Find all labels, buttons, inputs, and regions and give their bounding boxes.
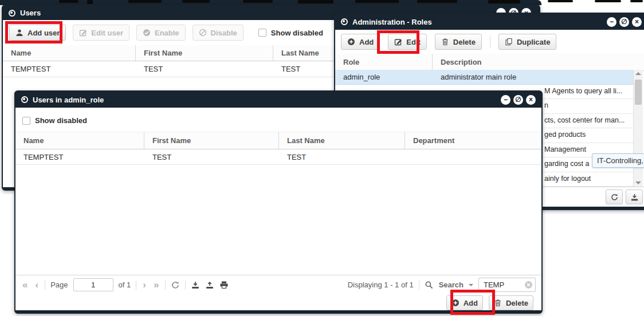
members-footer: Add Delete: [15, 294, 541, 311]
edit-user-button[interactable]: Edit user: [73, 25, 129, 41]
chevron-down-icon[interactable]: [469, 284, 473, 289]
download-icon: [630, 193, 639, 202]
scrollbar-thumb[interactable]: [635, 80, 642, 105]
enable-button[interactable]: Enable: [136, 25, 186, 41]
role-members-titlebar[interactable]: Users in admin_role − ∅ ×: [15, 92, 541, 108]
column-header-first-name[interactable]: First Name: [144, 132, 279, 149]
clear-icon[interactable]: [524, 281, 533, 289]
roles-window-titlebar[interactable]: Administration - Roles − ∅ ×: [335, 14, 644, 30]
role-members-title: Users in admin_role: [33, 96, 104, 104]
check-circle-icon: [143, 29, 151, 37]
delete-role-button[interactable]: Delete: [435, 34, 482, 50]
window-icon: [341, 18, 348, 25]
background-window-fragment: [182, 0, 210, 3]
show-disabled-label: Show disabled: [35, 116, 87, 125]
page-of-label: of 1: [119, 281, 131, 289]
background-window-fragment: [243, 0, 273, 3]
users-window-title: Users: [20, 9, 41, 17]
paging-toolbar: « ‹ Page of 1 › » Displaying 1 - 1 of 1 …: [15, 275, 541, 294]
background-window-fragment: [87, 0, 93, 4]
show-disabled-checkbox[interactable]: [258, 29, 266, 37]
window-icon: [21, 96, 28, 103]
page-label: Page: [50, 281, 68, 289]
scroll-down-icon[interactable]: [635, 181, 641, 184]
add-member-button[interactable]: Add: [446, 295, 483, 310]
background-window-fragment: [298, 0, 333, 3]
table-row[interactable]: TEMPTEST TEST TEST: [15, 149, 541, 165]
column-header-name[interactable]: Name: [3, 45, 136, 61]
edit-icon: [394, 38, 402, 46]
scroll-up-icon[interactable]: [635, 72, 641, 75]
refresh-icon: [610, 193, 619, 202]
user-icon: [15, 29, 23, 37]
show-disabled-label: Show disabled: [271, 29, 323, 37]
edit-icon: [79, 29, 87, 37]
prev-page-icon[interactable]: ‹: [34, 280, 40, 290]
block-icon[interactable]: ∅: [513, 95, 523, 105]
export-button[interactable]: [626, 189, 643, 204]
disable-button[interactable]: Disable: [193, 25, 244, 41]
slash-circle-icon: [199, 29, 207, 37]
background-window-fragment: [548, 0, 573, 2]
edit-role-button[interactable]: Edit: [388, 34, 427, 50]
search-field[interactable]: [478, 278, 536, 292]
refresh-icon[interactable]: [171, 281, 180, 290]
close-icon[interactable]: ×: [526, 95, 536, 105]
background-window-fragment: [59, 0, 78, 3]
delete-member-button[interactable]: Delete: [489, 295, 533, 310]
column-header-role[interactable]: Role: [335, 54, 433, 70]
last-page-icon[interactable]: »: [152, 280, 160, 290]
first-page-icon[interactable]: «: [21, 280, 29, 290]
plus-circle-icon: [451, 299, 460, 307]
print-icon[interactable]: [219, 281, 229, 290]
search-label[interactable]: Search: [439, 281, 464, 289]
background-window-fragment: [417, 0, 457, 3]
trash-icon: [494, 299, 502, 307]
background-window-fragment: [128, 0, 162, 3]
plus-circle-icon: [347, 38, 355, 46]
window-icon: [9, 10, 15, 17]
column-header-name[interactable]: Name: [15, 132, 144, 149]
add-role-button[interactable]: Add: [341, 34, 380, 50]
column-header-last-name[interactable]: Last Name: [279, 132, 405, 149]
minimize-icon[interactable]: −: [607, 17, 616, 27]
role-row-selected[interactable]: admin_role administrator main role: [335, 70, 634, 85]
trash-icon: [441, 38, 449, 46]
column-header-department[interactable]: Department: [405, 132, 541, 149]
screen: Users − ∅ × Add user Edit user Enable: [0, 0, 644, 316]
background-window-fragment: [488, 0, 520, 3]
add-user-button[interactable]: Add user: [9, 25, 66, 41]
column-header-description[interactable]: Description: [433, 54, 644, 70]
upload-icon[interactable]: [205, 281, 214, 290]
close-icon[interactable]: ×: [632, 17, 642, 27]
next-page-icon[interactable]: ›: [142, 280, 147, 290]
background-window-fragment: [630, 0, 643, 2]
block-icon[interactable]: ∅: [619, 17, 629, 27]
role-members-window: Users in admin_role − ∅ × Show disabled …: [14, 90, 543, 314]
duplicate-icon: [505, 38, 513, 46]
background-window-fragment: [595, 0, 621, 2]
roles-window-title: Administration - Roles: [352, 18, 432, 26]
vertical-scrollbar[interactable]: [633, 70, 643, 187]
page-number-input[interactable]: [73, 278, 113, 291]
minimize-icon[interactable]: −: [501, 95, 511, 105]
displaying-status: Displaying 1 - 1 of 1: [348, 281, 414, 289]
show-disabled-checkbox[interactable]: [22, 117, 30, 125]
duplicate-role-button[interactable]: Duplicate: [498, 34, 557, 50]
background-window-fragment: [355, 0, 399, 3]
tooltip: IT-Controlling, S: [592, 153, 644, 168]
column-header-first-name[interactable]: First Name: [136, 45, 273, 61]
download-icon[interactable]: [191, 281, 200, 290]
search-icon: [425, 281, 434, 290]
refresh-button[interactable]: [606, 189, 623, 204]
